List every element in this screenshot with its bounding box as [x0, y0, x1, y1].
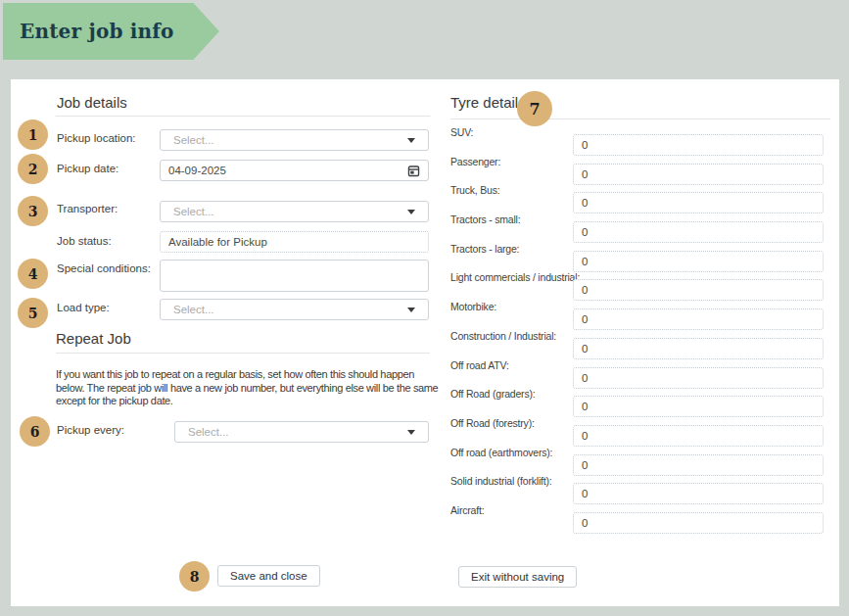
tyre-row: Off Road (graders): [450, 396, 834, 417]
pickup-location-label: Pickup location: [57, 132, 136, 144]
tyre-row: Tractors - large: [450, 251, 834, 272]
tyre-row: SUV: [450, 134, 834, 156]
tyre-count-input[interactable] [573, 308, 824, 330]
tyre-rows: SUV: Passenger: Truck, Bus: Tractors - s… [450, 134, 834, 542]
transporter-select[interactable]: Select... [160, 201, 429, 222]
tyre-count-input[interactable] [573, 454, 824, 476]
step-badge-6: 6 [20, 416, 50, 447]
tyre-row: Off road (earthmovers): [450, 454, 834, 476]
pickup-date-value[interactable] [161, 165, 407, 176]
tyre-row-label: Off road (earthmovers): [450, 447, 552, 458]
tyre-row-label: Light commercials / industrial: [450, 271, 580, 283]
chevron-down-icon [407, 430, 415, 435]
tyre-details-divider [450, 118, 830, 119]
step-badge-7: 7 [517, 91, 552, 126]
tyre-count-input[interactable] [573, 221, 824, 243]
step-badge-3: 3 [18, 196, 48, 226]
pickup-every-select[interactable]: Select... [174, 421, 429, 443]
step-badge-2: 2 [18, 154, 48, 184]
form-panel: Job details 1 Pickup location: Select...… [11, 79, 839, 606]
step-badge-1: 1 [18, 119, 48, 150]
repeat-job-description: If you want this job to repeat on a regu… [56, 368, 441, 408]
tyre-count-input[interactable] [573, 279, 824, 301]
exit-without-saving-button[interactable]: Exit without saving [458, 566, 577, 588]
tyre-row-label: Motorbike: [450, 301, 496, 312]
step-badge-8: 8 [179, 561, 210, 592]
job-details-divider [56, 116, 430, 117]
page-title: Enter job info [3, 20, 174, 43]
pickup-every-placeholder: Select... [175, 426, 407, 438]
repeat-job-divider [56, 353, 430, 354]
load-type-placeholder: Select... [161, 304, 407, 315]
tyre-count-input[interactable] [573, 338, 824, 359]
tyre-row-label: Solid industrial (forklift): [450, 475, 552, 487]
pickup-date-input[interactable] [160, 160, 429, 181]
tyre-row: Construction / Industrial: [450, 338, 834, 359]
tyre-count-input[interactable] [573, 192, 824, 213]
tyre-details-heading: Tyre details [450, 94, 526, 111]
tyre-row: Solid industrial (forklift): [450, 483, 834, 504]
transporter-placeholder: Select... [161, 206, 407, 217]
tyre-count-input[interactable] [573, 483, 824, 504]
chevron-down-icon [407, 138, 415, 143]
tyre-count-input[interactable] [573, 251, 824, 272]
load-type-select[interactable]: Select... [160, 299, 429, 320]
step-badge-4: 4 [18, 259, 48, 289]
pickup-location-placeholder: Select... [161, 134, 407, 146]
tyre-row-label: Construction / Industrial: [450, 330, 556, 342]
tyre-row: Off Road (forestry): [450, 425, 834, 447]
step-badge-5: 5 [18, 298, 48, 328]
tyre-row-label: Off Road (graders): [450, 388, 535, 400]
save-and-close-button[interactable]: Save and close [217, 565, 320, 587]
chevron-down-icon [407, 210, 415, 214]
tyre-row: Aircraft: [450, 512, 834, 534]
tyre-count-input[interactable] [573, 134, 824, 156]
tyre-count-input[interactable] [573, 512, 824, 534]
tyre-row-label: Passenger: [450, 156, 500, 167]
tyre-row-label: Tractors - small: [450, 213, 520, 225]
pickup-every-label: Pickup every: [57, 424, 124, 436]
tyre-count-input[interactable] [573, 396, 824, 417]
job-details-heading: Job details [57, 94, 127, 111]
tyre-row: Motorbike: [450, 308, 834, 330]
page-header-banner: Enter job info [3, 3, 219, 60]
load-type-label: Load type: [57, 302, 110, 313]
pickup-location-select[interactable]: Select... [160, 129, 429, 151]
job-status-label: Job status: [57, 235, 112, 247]
tyre-row: Tractors - small: [450, 221, 834, 243]
tyre-row-label: Off road ATV: [450, 359, 509, 371]
tyre-row-label: Truck, Bus: [450, 184, 500, 196]
tyre-row: Truck, Bus: [450, 192, 834, 213]
tyre-row: Light commercials / industrial: [450, 279, 834, 301]
calendar-icon[interactable] [407, 165, 420, 177]
page: Enter job info Job details 1 Pickup loca… [0, 0, 849, 616]
chevron-down-icon [407, 308, 415, 312]
tyre-row-label: Aircraft: [450, 504, 484, 516]
job-status-input[interactable] [160, 231, 429, 253]
tyre-count-input[interactable] [573, 367, 824, 389]
tyre-row: Off road ATV: [450, 367, 834, 389]
tyre-count-input[interactable] [573, 164, 824, 185]
pickup-date-label: Pickup date: [57, 163, 118, 174]
tyre-count-input[interactable] [573, 425, 824, 447]
special-conditions-label: Special conditions: [57, 262, 151, 274]
special-conditions-textarea[interactable] [160, 260, 429, 292]
repeat-job-heading: Repeat Job [56, 330, 131, 347]
tyre-row-label: Tractors - large: [450, 243, 519, 255]
transporter-label: Transporter: [57, 203, 118, 214]
tyre-row-label: SUV: [450, 126, 473, 138]
tyre-row: Passenger: [450, 164, 834, 185]
tyre-row-label: Off Road (forestry): [450, 417, 535, 429]
